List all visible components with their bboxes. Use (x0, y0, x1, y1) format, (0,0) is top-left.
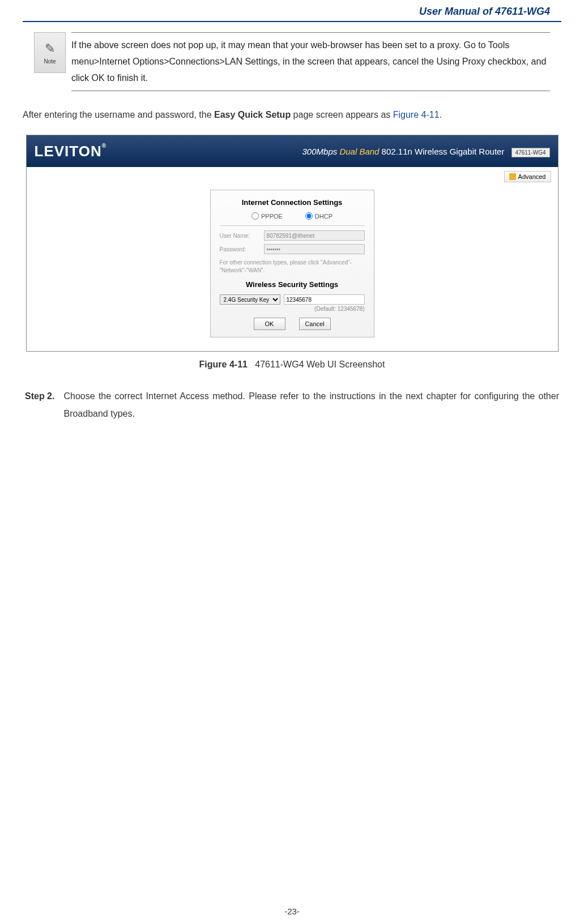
security-key-select[interactable]: 2.4G Security Key (220, 294, 280, 305)
figure-number: Figure 4-11 (199, 360, 248, 369)
banner-rest: 802.11n Wireless Gigabit Router (379, 147, 504, 156)
intro-paragraph: After entering the username and password… (23, 107, 561, 123)
banner-speed: 300Mbps (302, 147, 340, 156)
intro-mid: page screen appears as (291, 110, 393, 119)
model-chip: 47611-WG4 (511, 148, 550, 157)
banner-text: 300Mbps Dual Band 802.11n Wireless Gigab… (302, 147, 550, 156)
dialog-heading-connection: Internet Connection Settings (220, 198, 365, 207)
page-header-title: User Manual of 47611-WG4 (23, 0, 561, 21)
security-row: 2.4G Security Key (220, 294, 365, 305)
step-label: Step 2. (25, 388, 54, 422)
radio-dhcp-label: DHCP (315, 213, 333, 220)
note-icon-label: Note (44, 58, 56, 65)
note-text: If the above screen does not pop up, it … (71, 37, 550, 86)
intro-bold: Easy Quick Setup (214, 110, 291, 119)
password-label: Password: (220, 246, 259, 253)
page-number: -23- (0, 906, 584, 916)
banner-dual: Dual Band (339, 147, 379, 156)
radio-pppoe[interactable]: PPPOE (251, 212, 283, 220)
username-row: User Name: (220, 230, 365, 241)
ok-button[interactable]: OK (254, 318, 285, 330)
note-icon: ✎ Note (34, 32, 66, 73)
separator (220, 225, 365, 226)
password-input[interactable] (264, 244, 365, 254)
connection-hint: For other connection types, please click… (220, 259, 365, 275)
router-toolbar: Advanced (27, 167, 558, 186)
advanced-label: Advanced (518, 173, 546, 180)
radio-row: PPPOE DHCP (220, 212, 365, 220)
username-input[interactable] (264, 230, 365, 241)
note-block: ✎ Note If the above screen does not pop … (34, 32, 550, 91)
pencil-icon: ✎ (45, 41, 55, 56)
header-rule (23, 21, 561, 22)
figure-text: 47611-WG4 Web UI Screenshot (255, 360, 385, 369)
intro-prefix: After entering the username and password… (23, 110, 214, 119)
radio-dhcp[interactable]: DHCP (305, 212, 333, 220)
username-label: User Name: (220, 233, 259, 239)
default-key-note: (Default: 12345678) (220, 306, 365, 312)
step-text: Choose the correct Internet Access metho… (63, 388, 559, 422)
step-row: Step 2. Choose the correct Internet Acce… (25, 388, 559, 422)
router-ui-screenshot: LEVITON® 300Mbps Dual Band 802.11n Wirel… (26, 135, 559, 352)
advanced-button[interactable]: Advanced (504, 171, 551, 182)
figure-caption: Figure 4-11 47611-WG4 Web UI Screenshot (23, 360, 561, 370)
brand-logo: LEVITON® (35, 143, 107, 160)
settings-dialog: Internet Connection Settings PPPOE DHCP … (210, 190, 374, 337)
radio-dhcp-input[interactable] (305, 212, 313, 220)
security-key-input[interactable] (284, 294, 365, 305)
cancel-button[interactable]: Cancel (299, 318, 331, 330)
dialog-heading-wireless: Wireless Security Settings (220, 280, 365, 289)
intro-figref: Figure 4-11 (393, 110, 440, 119)
intro-suffix: . (440, 110, 442, 119)
radio-pppoe-label: PPPOE (261, 213, 283, 220)
advanced-icon (509, 173, 516, 180)
radio-pppoe-input[interactable] (251, 212, 259, 220)
note-text-wrap: If the above screen does not pop up, it … (71, 32, 550, 91)
dialog-button-row: OK Cancel (220, 318, 365, 330)
router-banner: LEVITON® 300Mbps Dual Band 802.11n Wirel… (27, 135, 558, 167)
password-row: Password: (220, 244, 365, 254)
